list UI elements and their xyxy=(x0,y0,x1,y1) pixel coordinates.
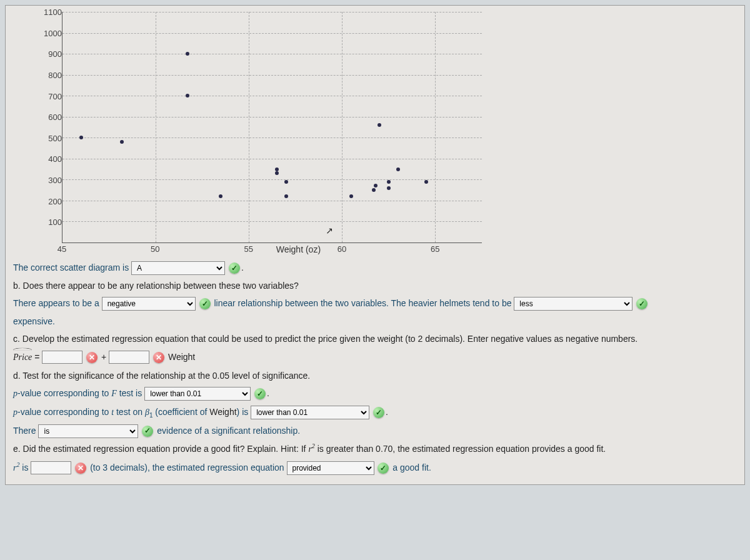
e-tail: a good fit. xyxy=(392,462,431,472)
heavier-tend-select[interactable]: less xyxy=(514,297,632,311)
grid-line-v xyxy=(156,12,156,242)
e-q1: e. Did the estimated regression equation… xyxy=(13,444,308,454)
grid-line-h xyxy=(62,159,482,159)
data-point xyxy=(120,140,124,144)
f-lead: -value corresponding to xyxy=(18,388,111,398)
e-mid: (to 3 decimals), the estimated regressio… xyxy=(90,462,284,472)
relationship-direction-select[interactable]: negative xyxy=(102,297,196,311)
data-point xyxy=(275,168,279,171)
data-point xyxy=(387,186,391,190)
period-text: . xyxy=(386,407,388,417)
intercept-input[interactable] xyxy=(42,351,82,364)
f-pvalue-select[interactable]: lower than 0.01 xyxy=(144,387,251,401)
weight-word: Weight xyxy=(168,352,195,362)
pvalue-label: p xyxy=(13,408,18,417)
b-lead: There appears to be a xyxy=(13,298,99,308)
cursor-icon: ↖ xyxy=(326,226,333,236)
r-squared: r2 xyxy=(308,444,314,454)
b-tail: expensive. xyxy=(13,313,737,330)
sq-sup: 2 xyxy=(312,442,315,449)
sq-sup: 2 xyxy=(16,461,19,468)
period-text: . xyxy=(267,388,269,398)
t-mid1: test on xyxy=(116,407,145,417)
data-point xyxy=(275,171,279,175)
x-icon: ✕ xyxy=(75,462,86,474)
check-icon: ✓ xyxy=(636,298,648,309)
r2-input[interactable] xyxy=(31,461,71,474)
data-point xyxy=(186,52,189,56)
data-point xyxy=(219,194,222,198)
grid-line-h xyxy=(62,54,482,54)
exercise-page: 10020030040050060070080090010001100 ↖ We… xyxy=(5,5,745,485)
y-tick-label: 600 xyxy=(48,112,62,122)
evidence-select[interactable]: is xyxy=(38,424,138,438)
grid-line-v xyxy=(249,12,249,242)
scatter-chart: 10020030040050060070080090010001100 ↖ We… xyxy=(37,12,482,256)
grid-line-h xyxy=(62,117,482,118)
grid-line-h xyxy=(62,12,482,12)
plus-sign: + xyxy=(101,352,109,362)
beta-sub: 1 xyxy=(149,412,153,419)
question-d: d. Test for the significance of the rela… xyxy=(13,368,737,384)
x-axis: Weight (oz) 4550556065 xyxy=(62,243,482,256)
t-mid3: ) is xyxy=(237,407,249,417)
question-content: The correct scatter diagram is A ✓. b. D… xyxy=(6,256,744,484)
grid-line-v xyxy=(435,12,436,242)
check-icon: ✓ xyxy=(254,388,266,399)
there-text: There xyxy=(13,426,36,436)
beta-letter: β xyxy=(145,408,149,417)
grid-line-h xyxy=(62,96,482,96)
plot-area: ↖ xyxy=(62,12,482,243)
goodfit-select[interactable]: provided xyxy=(287,461,374,475)
question-b: b. Does there appear to be any relations… xyxy=(13,278,737,294)
grid-line-h xyxy=(62,138,482,138)
y-tick-label: 100 xyxy=(48,218,62,227)
t-mid2: (coefficient of xyxy=(155,407,209,417)
price-hat-label: Price xyxy=(13,349,32,366)
y-tick-label: 700 xyxy=(48,91,62,101)
data-point xyxy=(374,184,378,188)
t-letter: t xyxy=(111,408,114,417)
grid-line-h xyxy=(62,201,482,201)
y-tick-label: 800 xyxy=(48,70,62,79)
y-tick-label: 200 xyxy=(48,196,62,206)
evidence-text: evidence of a significant relationship. xyxy=(157,426,300,436)
x-icon: ✕ xyxy=(86,352,98,363)
data-point xyxy=(372,188,376,192)
slope-input[interactable] xyxy=(109,351,149,364)
check-icon: ✓ xyxy=(373,407,384,418)
x-tick-label: 45 xyxy=(58,244,66,254)
x-tick-label: 55 xyxy=(244,244,252,254)
f-mid: test is xyxy=(119,388,142,398)
check-icon: ✓ xyxy=(199,298,211,309)
period-text: . xyxy=(241,262,244,272)
answer-b-line: There appears to be a negative ✓ linear … xyxy=(13,295,737,312)
t-pvalue-select[interactable]: lower than 0.01 xyxy=(251,406,369,419)
question-e: e. Did the estimated regression equation… xyxy=(13,440,737,458)
e-q2: is greater than 0.70, the estimated regr… xyxy=(318,444,606,454)
check-icon: ✓ xyxy=(229,262,240,274)
data-point xyxy=(387,180,391,184)
data-point xyxy=(396,168,400,171)
data-point xyxy=(378,123,381,127)
grid-line-h xyxy=(62,221,482,222)
grid-line-h xyxy=(62,33,482,34)
b-mid: linear relationship between the two vari… xyxy=(214,298,511,308)
t-test-line: p-value corresponding to t test on β1 (c… xyxy=(13,404,737,421)
f-test-line: p-value corresponding to F test is lower… xyxy=(13,385,737,402)
data-point xyxy=(349,194,353,198)
scatter-diagram-select[interactable]: A xyxy=(131,261,225,275)
r-squared-lhs: r2 xyxy=(13,463,19,472)
equals-sign: = xyxy=(34,352,42,362)
data-point xyxy=(79,136,83,139)
x-tick-label: 60 xyxy=(338,244,346,254)
x-axis-label: Weight (oz) xyxy=(276,244,321,254)
data-point xyxy=(284,180,288,184)
y-tick-label: 500 xyxy=(48,133,62,142)
x-icon: ✕ xyxy=(153,352,164,363)
x-tick-label: 50 xyxy=(151,244,159,254)
t-lead: -value corresponding to xyxy=(18,407,111,417)
data-point xyxy=(186,94,189,98)
pvalue-label: p xyxy=(13,389,18,398)
data-point xyxy=(424,180,428,184)
